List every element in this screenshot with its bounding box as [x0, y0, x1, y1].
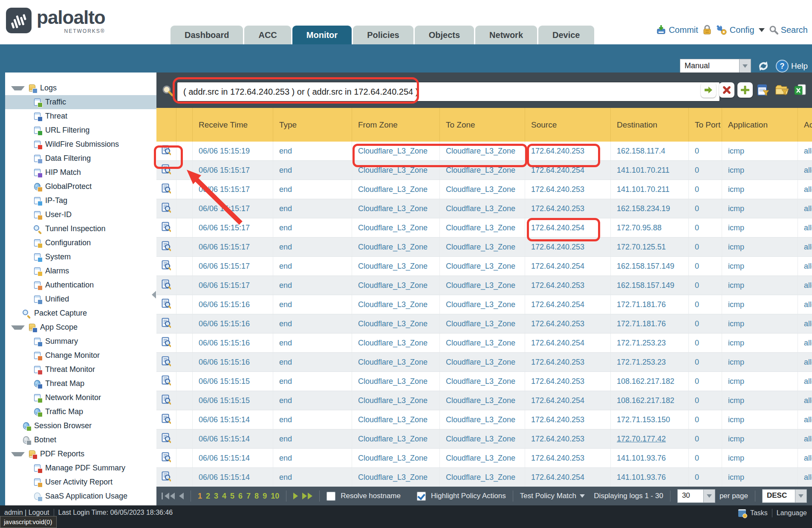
log-detail-button[interactable]: [156, 429, 176, 448]
sidebar-item-tunnel-inspection[interactable]: Tunnel Inspection: [5, 222, 156, 236]
page-number-6[interactable]: 6: [238, 492, 243, 501]
destination-cell[interactable]: 172.70.95.88: [611, 218, 689, 237]
destination-cell[interactable]: 172.70.125.51: [611, 238, 689, 256]
destination-cell[interactable]: 141.101.70.211: [611, 161, 689, 180]
page-number-1[interactable]: 1: [198, 492, 202, 501]
page-number-8[interactable]: 8: [254, 492, 259, 501]
log-detail-button[interactable]: [156, 238, 176, 256]
sidebar-collapse-handle[interactable]: [152, 291, 156, 299]
column-header-type[interactable]: Type: [273, 108, 352, 142]
per-page-dropdown-button[interactable]: [703, 490, 715, 502]
destination-cell[interactable]: 162.158.157.149: [611, 257, 689, 276]
tab-monitor[interactable]: Monitor: [292, 26, 352, 44]
sidebar-item-alarms[interactable]: Alarms: [5, 264, 156, 278]
expand-triangle-icon[interactable]: [11, 86, 25, 90]
language-button[interactable]: Language: [777, 509, 807, 517]
sidebar-item-user-activity-report[interactable]: User Activity Report: [5, 475, 156, 489]
log-detail-button[interactable]: [156, 410, 176, 429]
sort-order-select[interactable]: DESC: [762, 489, 807, 503]
refresh-mode-dropdown-button[interactable]: [739, 59, 751, 73]
log-detail-button[interactable]: [156, 314, 176, 333]
page-number-3[interactable]: 3: [214, 492, 218, 501]
column-header-blank[interactable]: [176, 108, 193, 142]
log-detail-button[interactable]: [156, 218, 176, 237]
expand-triangle-icon[interactable]: [11, 325, 25, 330]
page-number-4[interactable]: 4: [222, 492, 226, 501]
tab-network[interactable]: Network: [475, 26, 537, 44]
sidebar-item-hip-match[interactable]: HIP Match: [5, 165, 156, 180]
tab-objects[interactable]: Objects: [415, 26, 474, 44]
help-button[interactable]: ? Help: [776, 60, 808, 73]
sidebar-item-threat[interactable]: Threat: [5, 109, 156, 123]
page-number-10[interactable]: 10: [271, 492, 279, 501]
column-header-from-zone[interactable]: From Zone: [352, 108, 440, 142]
sidebar-item-manage-pdf-summary[interactable]: Manage PDF Summary: [5, 461, 156, 475]
sidebar-item-packet-capture[interactable]: Packet Capture: [5, 306, 156, 320]
page-number-2[interactable]: 2: [206, 492, 210, 501]
source-cell[interactable]: 172.64.240.253: [525, 449, 611, 467]
tab-acc[interactable]: ACC: [244, 26, 291, 44]
source-cell[interactable]: 172.64.240.253: [525, 238, 611, 256]
source-cell[interactable]: 172.64.240.253: [525, 410, 611, 429]
source-cell[interactable]: 172.64.240.253: [525, 429, 611, 448]
source-cell[interactable]: 172.64.240.254: [525, 295, 611, 314]
sidebar-item-ip-tag[interactable]: IP-Tag: [5, 194, 156, 208]
sidebar-item-pdf-reports[interactable]: PDF Reports: [5, 447, 156, 461]
sidebar-item-app-scope[interactable]: App Scope: [5, 320, 156, 334]
tab-dashboard[interactable]: Dashboard: [170, 26, 243, 44]
source-cell[interactable]: 172.64.240.254: [525, 468, 611, 487]
sidebar-item-user-id[interactable]: User-ID: [5, 208, 156, 222]
commit-button[interactable]: Commit: [656, 25, 698, 35]
user-logout-links[interactable]: admin | Logout: [4, 509, 49, 516]
source-cell[interactable]: 172.64.240.253: [525, 199, 611, 218]
add-filter-button[interactable]: [737, 82, 753, 98]
config-menu-button[interactable]: Config: [716, 25, 765, 35]
last-page-button[interactable]: [302, 493, 312, 499]
source-cell[interactable]: 172.64.240.253: [525, 314, 611, 333]
log-detail-button[interactable]: [156, 391, 176, 410]
log-detail-button[interactable]: [156, 180, 176, 199]
next-page-button[interactable]: [293, 493, 298, 499]
destination-cell[interactable]: 162.158.117.4: [611, 142, 689, 160]
column-header-receive-time[interactable]: Receive Time: [193, 108, 273, 142]
destination-cell[interactable]: 172.71.181.76: [611, 295, 689, 314]
log-detail-button[interactable]: [156, 372, 176, 391]
sidebar-item-network-monitor[interactable]: Network Monitor: [5, 391, 156, 405]
column-header-to-port[interactable]: To Port: [689, 108, 722, 142]
log-detail-button[interactable]: [156, 353, 176, 371]
page-number-5[interactable]: 5: [230, 492, 234, 501]
tab-policies[interactable]: Policies: [353, 26, 413, 44]
sidebar-item-session-browser[interactable]: Session Browser: [5, 419, 156, 433]
apply-filter-button[interactable]: [701, 82, 716, 98]
highlight-policy-actions-checkbox[interactable]: [417, 492, 426, 501]
sidebar-item-threat-monitor[interactable]: Threat Monitor: [5, 363, 156, 377]
sidebar-item-logs[interactable]: Logs: [5, 81, 156, 95]
destination-cell[interactable]: 172.71.153.150: [611, 410, 689, 429]
sidebar-item-url-filtering[interactable]: URL Filtering: [5, 123, 156, 137]
sidebar-item-globalprotect[interactable]: GlobalProtect: [5, 180, 156, 194]
destination-cell[interactable]: 172.71.181.76: [611, 314, 689, 333]
source-cell[interactable]: 172.64.240.254: [525, 257, 611, 276]
source-cell[interactable]: 172.64.240.253: [525, 353, 611, 371]
refresh-mode-select[interactable]: Manual: [680, 59, 751, 73]
destination-cell[interactable]: 172.70.177.42: [611, 429, 689, 448]
column-header-blank[interactable]: [156, 108, 176, 142]
load-filter-button[interactable]: [774, 82, 789, 98]
tab-device[interactable]: Device: [538, 26, 594, 44]
per-page-select[interactable]: 30: [677, 489, 715, 503]
page-number-7[interactable]: 7: [246, 492, 251, 501]
filter-builder-button[interactable]: [756, 82, 771, 98]
first-page-button[interactable]: [162, 493, 175, 499]
sidebar-item-unified[interactable]: Unified: [5, 292, 156, 306]
log-detail-button[interactable]: [156, 142, 176, 160]
prev-page-button[interactable]: [179, 493, 184, 499]
column-header-action[interactable]: Action: [798, 108, 812, 142]
column-header-to-zone[interactable]: To Zone: [440, 108, 525, 142]
filter-query-input[interactable]: ( addr.src in 172.64.240.253 ) or ( addr…: [177, 82, 720, 102]
log-detail-button[interactable]: [156, 449, 176, 467]
destination-cell[interactable]: 162.158.157.149: [611, 276, 689, 295]
sidebar-item-system[interactable]: System: [5, 250, 156, 264]
search-button[interactable]: Search: [769, 25, 808, 35]
expand-triangle-icon[interactable]: [11, 452, 25, 456]
source-cell[interactable]: 172.64.240.253: [525, 142, 611, 160]
